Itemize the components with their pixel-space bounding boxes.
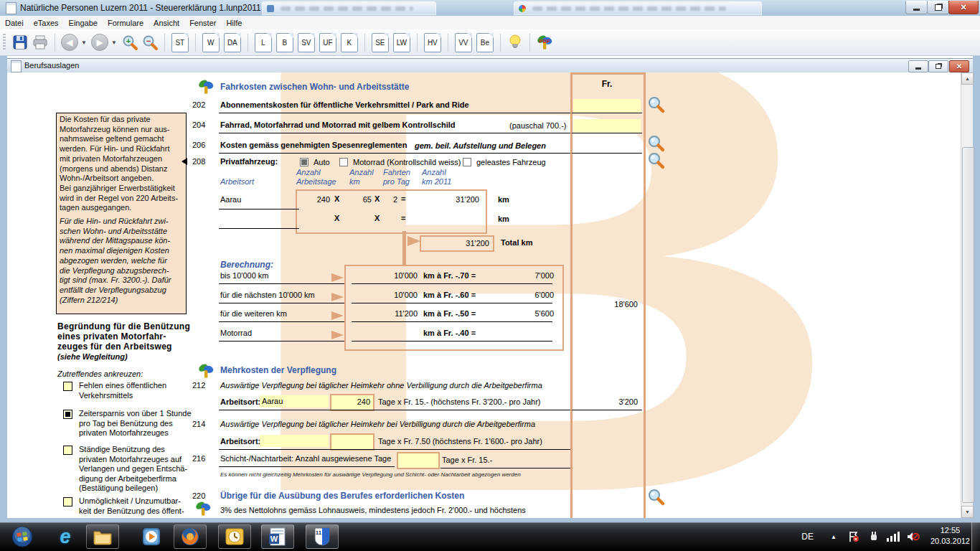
form-button-be[interactable]: Be xyxy=(476,33,494,52)
lookup-220-button[interactable] xyxy=(647,488,666,507)
taskbar-internet-explorer[interactable]: e xyxy=(49,524,82,549)
close-button[interactable]: ✕ xyxy=(948,1,979,14)
form-button-lw[interactable]: LW xyxy=(393,33,410,52)
menu-formulare[interactable]: Formulare xyxy=(103,17,149,29)
forward-button[interactable]: ▶ xyxy=(90,32,110,52)
form-button-l[interactable]: L xyxy=(255,33,272,52)
vertical-scrollbar[interactable]: ▲ ▼ xyxy=(961,72,973,518)
form-button-vv[interactable]: VV xyxy=(455,33,472,52)
tage-216-input[interactable] xyxy=(397,452,440,469)
start-button[interactable] xyxy=(6,524,39,549)
clock[interactable]: 12:55 20.03.2012 xyxy=(930,525,970,547)
power-plug-icon[interactable] xyxy=(868,522,880,551)
arbeitsort-input-1[interactable]: Aarau xyxy=(220,195,241,204)
help-tip-button[interactable] xyxy=(505,32,525,52)
form-button-k[interactable]: K xyxy=(341,33,358,52)
row-214-desc: Auswärtige Verpflegung bei täglicher Hei… xyxy=(220,420,535,429)
network-signal-icon[interactable] xyxy=(887,522,900,551)
calc-km-2[interactable]: 10'000 xyxy=(350,291,418,300)
menu-hilfe[interactable]: Hilfe xyxy=(221,17,247,29)
calc-underline xyxy=(352,303,552,303)
minimize-button[interactable] xyxy=(905,1,928,14)
arbeitsort-212-input[interactable]: Aarau xyxy=(260,395,329,408)
subwindow-minimize-button[interactable] xyxy=(908,60,928,72)
pdf-icon: PDF xyxy=(537,34,552,51)
lookup-206-button[interactable] xyxy=(647,134,666,153)
form-button-w[interactable]: W xyxy=(202,33,220,52)
tage-212-input[interactable]: 240 xyxy=(330,394,374,411)
checkbox-no-public-transport[interactable] xyxy=(63,382,72,391)
app-icon xyxy=(6,2,17,14)
tray-expand-button[interactable]: ▲ xyxy=(831,522,837,551)
arbeitsort-214-input[interactable] xyxy=(260,435,329,447)
menu-etaxes[interactable]: eTaxes xyxy=(29,17,64,29)
form-button-label: K xyxy=(347,39,352,47)
row-206-note: gem. beil. Aufstellung und Belegen xyxy=(415,141,546,151)
language-indicator[interactable]: DE xyxy=(801,522,814,551)
back-dropdown-icon[interactable]: ▼ xyxy=(81,39,87,46)
row-number-216: 216 xyxy=(192,454,205,463)
calc-km-3[interactable]: 11'200 xyxy=(350,309,418,319)
taskbar-word[interactable]: W xyxy=(261,524,294,549)
menu-eingabe[interactable]: Eingabe xyxy=(64,17,103,29)
fr-input-204[interactable] xyxy=(573,119,641,133)
row-212-desc: Auswärtige Verpflegung bei täglicher Hei… xyxy=(220,381,542,390)
scroll-up-button[interactable]: ▲ xyxy=(961,72,974,85)
restore-button[interactable] xyxy=(927,1,949,14)
checkbox-impossibility[interactable] xyxy=(63,497,72,507)
taskbar-firefox[interactable] xyxy=(174,524,207,549)
volume-muted-icon[interactable] xyxy=(907,522,920,551)
restore-icon xyxy=(936,64,941,69)
taskbar-outlook[interactable] xyxy=(218,524,251,549)
tage-214-input[interactable] xyxy=(330,433,374,451)
print-button[interactable] xyxy=(30,32,50,52)
arbeitsort-underline xyxy=(219,228,299,229)
checkbox-time-saving[interactable] xyxy=(63,410,72,419)
form-button-hv[interactable]: HV xyxy=(424,33,441,52)
form-button-se[interactable]: SE xyxy=(372,33,389,52)
pdf-export-button[interactable]: PDF xyxy=(534,32,555,52)
scroll-down-button[interactable]: ▼ xyxy=(961,506,974,518)
checkbox-motorrad[interactable] xyxy=(339,158,348,166)
action-center-icon[interactable]: ✕ xyxy=(848,522,859,551)
toolbar-separator xyxy=(364,34,365,52)
checkbox-label: Fehlen eines öffentlichen Verkehrsmittel… xyxy=(79,381,166,400)
row-underline xyxy=(219,133,570,133)
form-button-sv[interactable]: SV xyxy=(298,33,315,52)
menu-fenster[interactable]: Fenster xyxy=(184,17,221,29)
back-button[interactable]: ◀ xyxy=(60,32,80,52)
form-button-uf[interactable]: UF xyxy=(319,33,336,52)
subwindow-close-button[interactable]: ✕ xyxy=(949,60,969,72)
taskbar: e xyxy=(0,522,980,551)
row-underline xyxy=(440,468,570,468)
taskbar-media-player[interactable] xyxy=(135,524,168,549)
zoom-out-button[interactable]: − xyxy=(140,32,160,52)
form-button-st[interactable]: ST xyxy=(171,33,189,52)
km-input-1[interactable]: 65 xyxy=(344,195,372,204)
form-button-da[interactable]: DA xyxy=(224,33,241,52)
scrollbar-thumb[interactable] xyxy=(962,147,974,503)
fr-input-202[interactable] xyxy=(573,99,641,113)
taskbar-etaxes-app[interactable]: 11 xyxy=(306,524,339,549)
show-desktop-button[interactable] xyxy=(971,522,980,551)
forward-dropdown-icon[interactable]: ▼ xyxy=(111,39,117,46)
form-button-b[interactable]: B xyxy=(276,33,293,52)
subwindow-restore-button[interactable] xyxy=(928,60,948,72)
save-button[interactable] xyxy=(10,32,30,52)
calc-km-1[interactable]: 10'000 xyxy=(350,271,418,281)
section-pinwheel-icon xyxy=(198,78,214,95)
checkbox-permanent-use[interactable] xyxy=(63,446,72,455)
row-216-text: Tage x Fr. 15.- xyxy=(442,456,492,465)
lookup-208-button[interactable] xyxy=(647,151,666,170)
menu-datei[interactable]: Datei xyxy=(0,17,29,29)
tage-input-1[interactable]: 240 xyxy=(300,195,330,204)
fahrten-input-1[interactable]: 2 xyxy=(382,195,397,204)
checkbox-geleast[interactable] xyxy=(463,158,471,166)
lookup-202-button[interactable] xyxy=(647,95,666,114)
calc-label-4: Motorrad xyxy=(220,329,252,338)
form-button-label: Be xyxy=(481,39,489,47)
zoom-in-button[interactable]: + xyxy=(120,32,140,52)
menu-ansicht[interactable]: Ansicht xyxy=(149,17,184,29)
taskbar-windows-explorer[interactable] xyxy=(86,524,119,549)
checkbox-auto[interactable] xyxy=(300,158,308,166)
